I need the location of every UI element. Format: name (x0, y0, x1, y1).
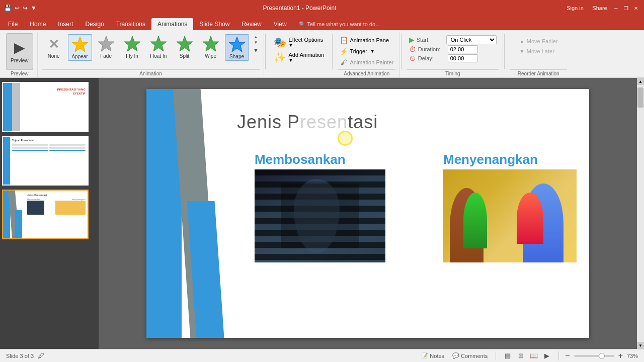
slide[interactable]: Jenis Presentasi Membosankan Menyenangka… (146, 89, 589, 338)
preview-label: Preview (11, 58, 29, 63)
anim-shape-icon (229, 36, 245, 54)
animation-group-label: Animation (42, 69, 260, 76)
tab-slideshow[interactable]: Slide Show (193, 18, 235, 30)
tab-review[interactable]: Review (235, 18, 267, 30)
anim-appear[interactable]: Appear (68, 34, 92, 61)
anim-none-icon: ✕ (48, 35, 59, 53)
trigger-dropdown[interactable]: ▼ (370, 49, 375, 54)
tab-transitions[interactable]: Transitions (110, 18, 151, 30)
slide-thumb-3[interactable]: Jenis Presentasi Membosankan Menyenangka… (2, 190, 89, 239)
tab-home[interactable]: Home (24, 18, 52, 30)
redo-icon[interactable]: ↪ (23, 5, 28, 12)
divider-4 (504, 34, 505, 69)
svg-marker-6 (229, 37, 245, 52)
divider-3 (401, 34, 401, 69)
anim-floatin-icon (150, 35, 167, 53)
timing-group: ▶ Start: On Click With Previous After Pr… (403, 32, 503, 77)
slide-title[interactable]: Jenis Presentasi (237, 112, 574, 133)
anim-fade-label: Fade (100, 53, 112, 59)
preview-icon: ▶ (14, 39, 25, 56)
scroll-down-icon[interactable]: ▼ (254, 40, 258, 45)
move-later-button[interactable]: ▼ Move Later (517, 47, 556, 55)
add-animation-dropdown[interactable]: ▼ (288, 58, 324, 63)
save-icon[interactable]: 💾 (4, 5, 12, 12)
scroll-track[interactable] (637, 85, 644, 342)
window-title: Presentation1 - PowerPoint (37, 5, 562, 12)
signin-button[interactable]: Sign in (562, 4, 588, 12)
minimize-button[interactable]: ─ (612, 4, 620, 12)
slide-image-left[interactable] (255, 169, 385, 262)
effect-options-button[interactable]: 🎭 Effect Options ▼ (271, 35, 326, 49)
customize-qat-icon[interactable]: ▼ (31, 5, 37, 12)
anim-flyin[interactable]: Fly In (120, 34, 144, 60)
reading-view-button[interactable]: 📖 (528, 351, 539, 360)
zoom-slider[interactable] (574, 355, 614, 357)
slideshow-view-button[interactable]: ▶ (541, 351, 552, 360)
anim-wipe[interactable]: Wipe (199, 34, 223, 60)
animation-scroll[interactable]: ▲ ▼ ▼ (252, 34, 260, 55)
tab-insert[interactable]: Insert (52, 18, 79, 30)
restore-button[interactable]: ❐ (622, 4, 630, 12)
animation-pane-button[interactable]: 📋 Animation Pane (338, 35, 391, 45)
normal-view-button[interactable]: ▤ (502, 351, 513, 360)
anim-split[interactable]: Split (173, 34, 197, 60)
start-label: Start: (417, 37, 444, 43)
preview-group: ▶ Preview Preview (2, 32, 38, 77)
scroll-down-button[interactable]: ▼ (637, 342, 644, 349)
scroll-up-icon[interactable]: ▲ (254, 34, 258, 40)
tab-file[interactable]: File (2, 18, 24, 30)
slide-left-label[interactable]: Membosankan (255, 152, 346, 167)
scroll-up-button[interactable]: ▲ (637, 78, 644, 85)
duration-input[interactable] (448, 45, 478, 53)
comments-button[interactable]: 💬 Comments (450, 351, 490, 360)
notes-button[interactable]: 📝 Notes (419, 351, 446, 360)
divider-1 (265, 34, 266, 69)
window-controls[interactable]: Sign in Share ─ ❐ ✕ (562, 4, 640, 12)
animation-painter-button[interactable]: 🖌 Animation Painter (338, 57, 395, 67)
share-button[interactable]: Share (590, 4, 610, 12)
svg-marker-5 (203, 36, 219, 51)
tab-search[interactable]: 🔍 Tell me what you want to do... (293, 18, 386, 30)
zoom-percent[interactable]: 73% (627, 353, 638, 359)
anim-floatin[interactable]: Float In (146, 34, 171, 60)
svg-marker-2 (124, 36, 140, 51)
zoom-plus-button[interactable]: + (618, 351, 623, 360)
anim-appear-icon (72, 36, 88, 54)
tab-animations[interactable]: Animations (151, 18, 193, 30)
slide-image-right[interactable] (443, 169, 577, 262)
tab-design[interactable]: Design (79, 18, 110, 30)
move-earlier-label: Move Earlier (527, 38, 558, 44)
expand-icon[interactable]: ▼ (253, 46, 259, 55)
vertical-scrollbar[interactable]: ▲ ▼ (637, 78, 644, 349)
slide-thumb-1[interactable]: PRESENTASI YANGEFEKTIF (2, 82, 89, 132)
effect-options-dropdown[interactable]: ▼ (288, 43, 323, 48)
slide-sorter-button[interactable]: ⊞ (515, 351, 526, 360)
slide-thumb-2[interactable]: Tujuan Presentasi (2, 136, 89, 186)
trigger-button[interactable]: ⚡ Trigger ▼ (338, 46, 376, 56)
anim-shape[interactable]: Shape (225, 34, 249, 61)
slide-right-label[interactable]: Menyenangkan (443, 152, 538, 167)
scroll-thumb[interactable] (637, 87, 643, 108)
svg-marker-0 (72, 37, 88, 52)
undo-icon[interactable]: ↩ (15, 5, 20, 12)
quick-access-toolbar[interactable]: 💾 ↩ ↪ ▼ (4, 5, 37, 12)
anim-flyin-label: Fly In (126, 53, 138, 59)
zoom-thumb[interactable] (599, 353, 605, 359)
slide-title-faded: resen (300, 112, 348, 132)
add-animation-button[interactable]: ✨ Add Animation ▼ (271, 50, 327, 64)
status-bar: Slide 3 of 3 🖊 📝 Notes 💬 Comments ▤ ⊞ 📖 … (0, 349, 644, 362)
close-button[interactable]: ✕ (632, 4, 640, 12)
zoom-minus-button[interactable]: − (565, 351, 570, 360)
anim-fade[interactable]: Fade (94, 34, 118, 60)
statusbar-icon: 🖊 (38, 352, 44, 359)
tab-view[interactable]: View (268, 18, 293, 30)
delay-input[interactable] (448, 54, 478, 62)
slide-3-container: 3 ★ Jenis Presentasi Membosankan Menyena… (2, 190, 97, 239)
animation-pane-icon: 📋 (340, 36, 348, 44)
start-select[interactable]: On Click With Previous After Previous (446, 35, 497, 44)
preview-button[interactable]: ▶ Preview (6, 33, 33, 69)
move-later-icon: ▼ (519, 48, 525, 54)
anim-none[interactable]: ✕ None (42, 34, 66, 60)
move-earlier-button[interactable]: ▲ Move Earlier (517, 37, 560, 45)
main-area: 1 PRESENTASI YANGEFEKTIF 2 Tujuan P (0, 78, 644, 349)
